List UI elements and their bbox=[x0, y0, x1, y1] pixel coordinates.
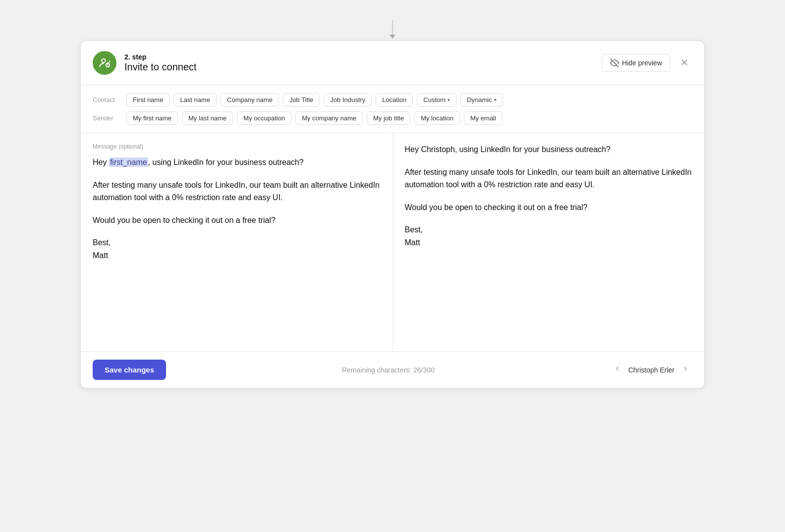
header-actions: Hide preview bbox=[602, 54, 692, 72]
step-info: 2. step Invite to connect bbox=[124, 53, 602, 73]
step-label: Invite to connect bbox=[124, 61, 602, 73]
page-wrapper: 2. step Invite to connect Hide preview bbox=[80, 20, 705, 388]
chip-my-email[interactable]: My email bbox=[464, 111, 503, 125]
step-number: 2. step bbox=[124, 53, 602, 61]
message-preview-panel: Hey Christoph, using LinkedIn for your b… bbox=[393, 133, 705, 351]
chip-dynamic[interactable]: Dynamic ▾ bbox=[460, 93, 503, 106]
preview-line2: After testing many unsafe tools for Link… bbox=[405, 166, 693, 191]
contact-label: Contact bbox=[93, 96, 122, 104]
contact-row: Contact First name Last name Company nam… bbox=[93, 93, 692, 106]
remaining-chars: Remaining characters: 26/300 bbox=[174, 366, 603, 374]
chip-job-industry[interactable]: Job Industry bbox=[324, 93, 372, 106]
chip-my-location[interactable]: My location bbox=[414, 111, 460, 125]
chip-my-last-name[interactable]: My last name bbox=[182, 111, 233, 125]
chip-location[interactable]: Location bbox=[376, 93, 413, 106]
preview-navigation: Christoph Erler bbox=[611, 363, 692, 377]
hide-preview-label: Hide preview bbox=[622, 59, 662, 67]
svg-point-0 bbox=[102, 59, 106, 63]
chip-last-name[interactable]: Last name bbox=[173, 93, 217, 106]
preview-line1: Hey Christoph, using LinkedIn for your b… bbox=[405, 143, 693, 156]
message-preview: Hey Christoph, using LinkedIn for your b… bbox=[405, 143, 693, 249]
chip-my-occupation[interactable]: My occupation bbox=[237, 111, 291, 125]
chevron-icon: ▾ bbox=[494, 97, 497, 103]
chip-my-company-name[interactable]: My company name bbox=[295, 111, 363, 125]
chevron-right-icon bbox=[681, 365, 689, 372]
message-label: Message (optional) bbox=[93, 143, 381, 150]
chip-my-job-title[interactable]: My job title bbox=[367, 111, 410, 125]
sender-label: Sender bbox=[93, 114, 122, 122]
eye-off-icon bbox=[610, 58, 619, 67]
connector-arrow bbox=[390, 35, 395, 39]
message-editor-panel: Message (optional) Hey first_name, using… bbox=[81, 133, 393, 351]
chip-custom[interactable]: Custom ▾ bbox=[417, 93, 456, 106]
variables-section: Contact First name Last name Company nam… bbox=[81, 85, 704, 133]
close-button[interactable] bbox=[676, 54, 692, 72]
hide-preview-button[interactable]: Hide preview bbox=[602, 54, 671, 72]
step-icon bbox=[93, 51, 116, 75]
connector-line bbox=[392, 20, 393, 35]
preview-line4: Best,Matt bbox=[405, 223, 693, 249]
chip-my-first-name[interactable]: My first name bbox=[126, 111, 178, 125]
chip-first-name[interactable]: First name bbox=[126, 93, 169, 106]
svg-line-4 bbox=[109, 61, 110, 62]
preview-person-name: Christoph Erler bbox=[628, 366, 674, 374]
chip-company-name[interactable]: Company name bbox=[221, 93, 279, 106]
message-editor[interactable]: Hey first_name, using LinkedIn for your … bbox=[93, 156, 381, 262]
sender-row: Sender My first name My last name My occ… bbox=[93, 111, 692, 125]
next-person-button[interactable] bbox=[678, 363, 692, 377]
step-card: 2. step Invite to connect Hide preview bbox=[80, 41, 705, 388]
close-icon bbox=[679, 57, 689, 67]
chip-job-title[interactable]: Job Title bbox=[283, 93, 320, 106]
card-footer: Save changes Remaining characters: 26/30… bbox=[81, 351, 704, 388]
card-header: 2. step Invite to connect Hide preview bbox=[81, 41, 704, 85]
chevron-left-icon bbox=[614, 365, 621, 372]
preview-line3: Would you be open to checking it out on … bbox=[405, 201, 693, 214]
chevron-icon: ▾ bbox=[448, 97, 450, 103]
save-changes-button[interactable]: Save changes bbox=[93, 360, 166, 380]
message-area: Message (optional) Hey first_name, using… bbox=[81, 133, 704, 351]
first-name-var: first_name bbox=[109, 158, 148, 167]
prev-person-button[interactable] bbox=[611, 363, 624, 377]
